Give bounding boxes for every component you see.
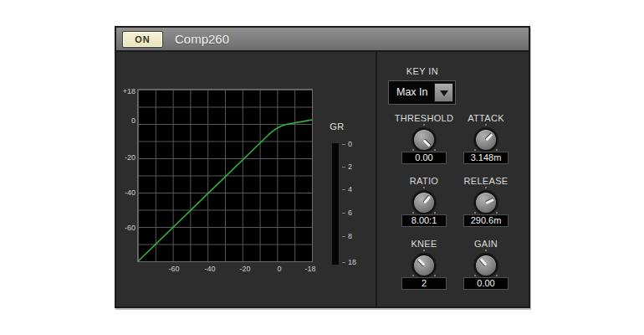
- key-in-dropdown[interactable]: Max In: [388, 80, 456, 105]
- knob-needle: [485, 133, 493, 141]
- gr-tick-label: 6: [348, 209, 365, 217]
- ratio-control: RATIO 8.00:1: [389, 176, 459, 228]
- knob-tick-dot: [496, 275, 498, 276]
- gr-tick-label: 8: [348, 232, 365, 240]
- knob-needle: [479, 259, 487, 266]
- gain-value-field[interactable]: 0.00: [463, 277, 509, 290]
- knob-tick-dot: [474, 212, 476, 214]
- knob-tick-dot: [412, 275, 414, 276]
- knob-tick-dot: [474, 275, 476, 276]
- gr-tick-mark: [342, 262, 345, 263]
- y-axis-tick: +18: [117, 87, 135, 95]
- knob-tick-dot: [423, 187, 425, 188]
- knob-tick-dot: [412, 149, 414, 151]
- knob-needle: [485, 198, 493, 204]
- on-toggle-button[interactable]: ON: [122, 31, 163, 48]
- gr-tick-label: 4: [348, 185, 365, 193]
- x-axis-tick: -18: [298, 265, 323, 273]
- threshold-knob[interactable]: [412, 128, 436, 152]
- y-axis-tick: -40: [117, 188, 135, 197]
- attack-label: ATTACK: [451, 113, 521, 123]
- knee-value-field[interactable]: 2: [401, 277, 447, 290]
- gr-tick-mark: [342, 213, 345, 214]
- key-in-selected-value: Max In: [396, 81, 428, 104]
- knob-tick-dot: [485, 187, 487, 188]
- threshold-label: THRESHOLD: [389, 113, 459, 123]
- y-axis-tick: -60: [117, 224, 135, 232]
- key-in-label: KEY IN: [389, 66, 456, 76]
- x-axis-tick: -60: [161, 265, 187, 273]
- knee-control: KNEE 2: [389, 239, 459, 291]
- knob-needle: [423, 139, 431, 147]
- y-axis-tick: -20: [117, 153, 135, 162]
- chevron-down-icon: [440, 90, 448, 96]
- ratio-value-field[interactable]: 8.00:1: [401, 214, 447, 227]
- curve-svg: [138, 90, 312, 261]
- knob-tick-dot: [434, 149, 436, 151]
- gr-tick-label: 18: [348, 258, 365, 266]
- gr-meter-label: GR: [322, 121, 352, 131]
- section-divider: [376, 52, 377, 307]
- knob-needle: [423, 195, 431, 204]
- x-axis-tick: -20: [233, 265, 258, 273]
- gain-label: GAIN: [451, 239, 521, 249]
- knob-needle: [417, 259, 425, 266]
- gr-tick-mark: [342, 236, 345, 237]
- knob-tick-dot: [434, 212, 436, 214]
- attack-value-field[interactable]: 3.148m: [463, 152, 509, 164]
- gr-tick-mark: [342, 167, 345, 168]
- release-label: RELEASE: [451, 176, 521, 186]
- gain-control: GAIN 0.00: [451, 239, 521, 291]
- knee-knob[interactable]: [412, 254, 436, 277]
- compression-curve: [138, 120, 312, 261]
- threshold-control: THRESHOLD 0.00: [389, 113, 459, 165]
- threshold-value-field[interactable]: 0.00: [401, 152, 447, 164]
- gr-tick-mark: [342, 189, 345, 190]
- knob-tick-dot: [434, 275, 436, 276]
- release-value-field[interactable]: 290.6m: [463, 214, 509, 227]
- x-axis-tick: 0: [267, 265, 292, 273]
- x-axis-tick: -40: [197, 265, 222, 273]
- key-in-dropdown-button[interactable]: [434, 83, 453, 102]
- window-title: Comp260: [175, 28, 229, 52]
- knob-tick-dot: [412, 212, 414, 214]
- release-knob[interactable]: [474, 191, 498, 214]
- knob-tick-dot: [496, 149, 498, 151]
- gr-tick-label: 2: [348, 162, 365, 171]
- knob-tick-dot: [496, 212, 498, 214]
- knob-tick-dot: [474, 149, 476, 151]
- compression-curve-graph: [137, 89, 313, 262]
- release-control: RELEASE 290.6m: [451, 176, 521, 228]
- attack-control: ATTACK 3.148m: [451, 113, 521, 165]
- y-axis-tick: 0: [117, 116, 135, 125]
- ratio-label: RATIO: [389, 176, 459, 186]
- title-bar: ON Comp260: [116, 28, 529, 52]
- gain-reduction-meter: [331, 142, 340, 265]
- ratio-knob[interactable]: [412, 191, 436, 214]
- attack-knob[interactable]: [474, 128, 498, 152]
- knee-label: KNEE: [389, 239, 459, 249]
- gr-tick-label: 0: [348, 140, 365, 148]
- comp260-plugin-window: ON Comp260 +18 0 -20 -40 -60 -60 -40 -20…: [115, 26, 530, 308]
- gr-tick-mark: [342, 144, 345, 145]
- gain-knob[interactable]: [474, 254, 498, 277]
